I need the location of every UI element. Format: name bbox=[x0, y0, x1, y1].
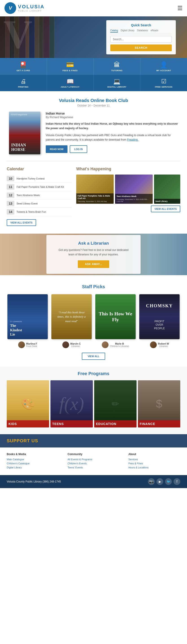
footer-link-services[interactable]: Services bbox=[129, 458, 180, 461]
tab-databases[interactable]: Databases bbox=[137, 29, 148, 32]
nav-row-2: 🖨 PRINTING 📖 ADULT LITERACY 💻 DIGITAL LI… bbox=[0, 75, 187, 91]
pick-role-1: Front Desk bbox=[26, 345, 37, 348]
events-view-all-button[interactable]: VIEW ALL EVENTS bbox=[151, 206, 180, 212]
footer-link-hours[interactable]: Hours & Locations bbox=[129, 466, 180, 469]
book-title: Indian Horse bbox=[46, 112, 178, 115]
tutoring-icon: 🏛 bbox=[114, 61, 120, 68]
footer-col-about-title: About bbox=[129, 452, 180, 456]
log-in-button[interactable]: LOG IN bbox=[70, 145, 87, 153]
book-cover-1: CY JOHNSON TheKindestLie bbox=[7, 294, 48, 339]
facebook-icon[interactable]: f bbox=[174, 478, 180, 485]
nav-item-adult-literacy[interactable]: 📖 ADULT LITERACY bbox=[47, 75, 94, 91]
literacy-icon: 📖 bbox=[67, 78, 74, 85]
picks-grid: CY JOHNSON TheKindestLie Martina F Front… bbox=[7, 294, 180, 348]
calendar-item: 10 Handprint Turkey Contest bbox=[7, 174, 72, 183]
calendar-section: Calendar 10 Handprint Turkey Contest 11 … bbox=[7, 167, 72, 226]
pick-avatar-4 bbox=[150, 342, 157, 348]
book-cover: richard wagamese INDIANHORSE bbox=[9, 112, 40, 154]
nav-item-my-account[interactable]: 👤 MY ACCOUNT bbox=[140, 58, 187, 75]
nav-label-tutoring: TUTORING bbox=[111, 70, 123, 72]
search-input[interactable] bbox=[110, 36, 172, 43]
footer-col-books-title: Books & Media bbox=[7, 452, 58, 456]
nav-item-printing[interactable]: 🖨 PRINTING bbox=[0, 75, 47, 91]
program-card-kids[interactable]: 🎨 KIDS bbox=[7, 380, 49, 428]
nav-label-literacy: ADULT LITERACY bbox=[60, 86, 79, 88]
program-card-finance[interactable]: $ FINANCE bbox=[138, 380, 180, 428]
nav-label-fees: FEES & FINES bbox=[63, 70, 78, 72]
footer-col-community-title: Community bbox=[67, 452, 119, 456]
footer-link-digital-library[interactable]: Digital Library bbox=[7, 466, 58, 469]
calendar-title: Calendar bbox=[7, 167, 72, 172]
event-date: Thursday, November 5, 2021 6:00 PM – 1:0… bbox=[116, 198, 151, 202]
search-button[interactable]: SEARCH bbox=[110, 44, 172, 51]
nav-item-tutoring[interactable]: 🏛 TUTORING bbox=[94, 58, 141, 75]
program-label-teens: TEENS bbox=[50, 420, 93, 428]
tab-digital-library[interactable]: Digital Library bbox=[121, 29, 134, 32]
pick-book-title-3: This Is How We Fly bbox=[98, 311, 133, 323]
read-now-button[interactable]: READ NOW bbox=[46, 145, 67, 153]
program-label-finance: FINANCE bbox=[138, 420, 180, 428]
cal-event-text: Fall Paper Pumpkins Take & Make Craft Ki… bbox=[16, 184, 64, 189]
event-title: Teen Kindness Week bbox=[116, 195, 151, 198]
pick-avatar-1 bbox=[18, 342, 25, 348]
calendar-view-all-button[interactable]: VIEW ALL EVENTS bbox=[7, 219, 36, 226]
free-programs-title: Free Programs bbox=[7, 371, 180, 376]
card-icon: 🎴 bbox=[19, 61, 27, 68]
footer-contact: Volusia County Public Library (386) 248-… bbox=[7, 480, 61, 483]
program-card-education[interactable]: ✏ EDUCATION bbox=[94, 380, 137, 428]
logo-icon: V bbox=[4, 2, 16, 14]
ask-content: Ask a Librarian Got any questions? Feel … bbox=[46, 235, 141, 274]
pick-role-3: Children's Librarian bbox=[110, 345, 129, 348]
cal-event-text: Seed Library Event bbox=[16, 201, 38, 206]
nav-item-get-card[interactable]: 🎴 GET A CARD bbox=[0, 58, 47, 75]
nav-label-account: MY ACCOUNT bbox=[156, 70, 171, 72]
pick-role-4: Librarian bbox=[158, 345, 169, 348]
event-card-2[interactable]: Teen Kindness Week Thursday, November 5,… bbox=[115, 174, 153, 204]
program-label-education: EDUCATION bbox=[94, 420, 137, 428]
pick-card-1: CY JOHNSON TheKindestLie Martina F Front… bbox=[7, 294, 48, 348]
logo[interactable]: V VOLUSIA PUBLIC LIBRARY bbox=[4, 2, 45, 14]
book-desc-1: Indian Horse tells the story of Soul Ind… bbox=[46, 122, 178, 131]
footer-link-childrens-catalogue[interactable]: Children's Catalogue bbox=[7, 462, 58, 465]
services-icon: ☑ bbox=[161, 78, 166, 85]
instagram-icon[interactable]: 📷 bbox=[148, 478, 155, 485]
footer-link-main-catalogue[interactable]: Main Catalogue bbox=[7, 458, 58, 461]
calendar-item: 11 Fall Paper Pumpkins Take & Make Craft… bbox=[7, 183, 72, 191]
pick-reviewer-3: Marie B bbox=[110, 342, 129, 345]
pick-card-2: "I read this book three times, this is d… bbox=[51, 294, 92, 348]
hero-v-letter: V bbox=[3, 16, 32, 54]
quick-search-box: Quick Search Catalog Digital Library Dat… bbox=[106, 20, 176, 54]
calendar-item: 13 Seed Library Event bbox=[7, 200, 72, 208]
nav-label-services: FREE SERVICES bbox=[155, 86, 173, 88]
two-col-section: Calendar 10 Handprint Turkey Contest 11 … bbox=[0, 161, 187, 231]
digital-icon: 💻 bbox=[113, 78, 120, 85]
footer-link-fees-fines[interactable]: Fees & Fines bbox=[129, 462, 180, 465]
nav-item-fees-fines[interactable]: 💳 FEES & FINES bbox=[47, 58, 94, 75]
pick-card-4: CHOMSKY PROFITOVERPEOPLE Robert W Librar… bbox=[139, 294, 180, 348]
staff-picks-view-all-button[interactable]: VIEW ALL bbox=[82, 353, 105, 360]
youtube-icon[interactable]: ▶ bbox=[157, 478, 163, 485]
footer-bottom: Volusia County Public Library (386) 248-… bbox=[0, 475, 187, 488]
event-card-3[interactable]: Seed Library bbox=[154, 174, 180, 204]
twitter-icon[interactable]: 🐦 bbox=[165, 478, 172, 485]
freading-link[interactable]: Freading. bbox=[127, 138, 139, 141]
book-desc-2: Volusia County Public Library has partne… bbox=[46, 133, 178, 142]
pick-reviewer-2: Marvin C bbox=[70, 342, 81, 345]
tab-catalog[interactable]: Catalog bbox=[110, 29, 118, 32]
cal-event-text: Teen Kindness Week bbox=[16, 192, 40, 197]
footer-link-childrens-events[interactable]: Children's Events bbox=[67, 462, 119, 465]
ask-away-button[interactable]: ASK AWAY... bbox=[78, 260, 109, 268]
nav-item-digital-library[interactable]: 💻 DIGITAL LIBRARY bbox=[94, 75, 141, 91]
social-icons: 📷 ▶ 🐦 f bbox=[148, 478, 180, 485]
whats-happening-section: What's Happening Fall Paper Pumpkins Tak… bbox=[76, 167, 180, 226]
tab-ereads[interactable]: eReads bbox=[151, 29, 158, 32]
nav-label-get-card: GET A CARD bbox=[16, 70, 30, 72]
event-card-1[interactable]: Fall Paper Pumpkins Take & Make Craft Ki… bbox=[76, 174, 114, 204]
event-title: Seed Library bbox=[155, 200, 179, 202]
hamburger-menu[interactable]: ☰ bbox=[177, 5, 183, 12]
nav-item-free-services[interactable]: ☑ FREE SERVICES bbox=[140, 75, 187, 91]
footer-link-all-events[interactable]: All Events & Programs bbox=[67, 458, 119, 461]
program-card-teens[interactable]: f(x) TEENS bbox=[50, 380, 93, 428]
staff-picks-title: Staff Picks bbox=[7, 284, 180, 289]
footer-link-teens-events[interactable]: Teens' Events bbox=[67, 466, 119, 469]
